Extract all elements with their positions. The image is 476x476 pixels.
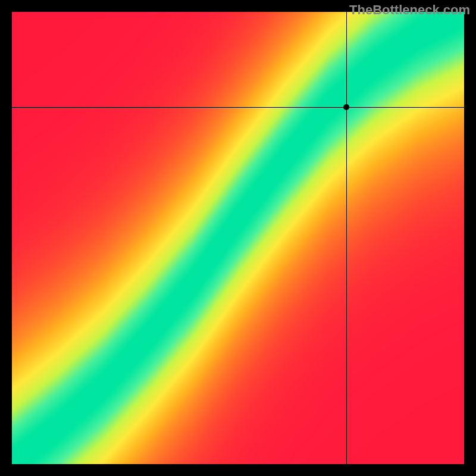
crosshair-vertical: [346, 12, 347, 464]
heatmap-plot: [12, 12, 464, 464]
crosshair-point: [343, 104, 349, 110]
heatmap-canvas: [12, 12, 464, 464]
crosshair-horizontal: [12, 107, 464, 108]
watermark-text: TheBottleneck.com: [349, 2, 470, 18]
